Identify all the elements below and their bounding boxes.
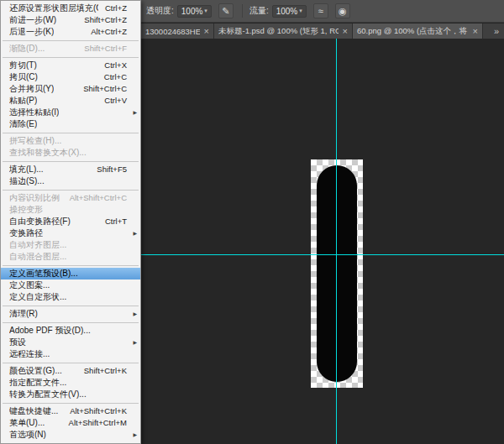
menu-item-shortcut: Shift+Ctrl+C	[76, 83, 127, 95]
menu-item[interactable]: 定义图案...	[1, 279, 140, 291]
menu-item-label: 自动混合图层...	[9, 251, 66, 263]
menu-item[interactable]: 键盘快捷键...Alt+Shift+Ctrl+K	[1, 405, 140, 417]
menu-separator	[3, 322, 139, 323]
menu-item[interactable]: 清除(E)	[1, 118, 140, 130]
menu-item[interactable]: 合并拷贝(Y)Shift+Ctrl+C	[1, 83, 140, 95]
menu-item-shortcut: Shift+Ctrl+K	[77, 365, 127, 377]
document-canvas[interactable]	[311, 159, 363, 388]
menu-item-shortcut: Ctrl+T	[98, 216, 127, 227]
menu-item-label: 定义画笔预设(B)...	[9, 268, 78, 279]
menu-separator	[3, 161, 139, 162]
tab-close-icon[interactable]: ×	[473, 27, 478, 35]
tab-title: 60.png @ 100% (点击这个，将 选区转...	[357, 26, 469, 37]
menu-item[interactable]: 剪切(T)Ctrl+X	[1, 60, 140, 71]
toolbar-divider	[242, 4, 243, 18]
menu-item-label: Adobe PDF 预设(D)...	[9, 325, 91, 337]
menu-item-shortcut: Shift+Ctrl+F	[77, 43, 127, 55]
black-pill-shape	[317, 165, 357, 382]
submenu-arrow-icon: ▶	[133, 337, 137, 348]
menu-item[interactable]: 远程连接...	[1, 348, 140, 360]
menu-item[interactable]: 清理(R)▶	[1, 308, 140, 320]
menu-item[interactable]: 选择性粘贴(I)▶	[1, 107, 140, 118]
document-tab[interactable]: 1300024683HEKN.psd @ 3...×	[141, 24, 214, 39]
opacity-label: 透明度:	[146, 5, 174, 17]
menu-separator	[3, 40, 139, 41]
submenu-arrow-icon: ▶	[133, 227, 137, 239]
menu-item: 内容识别比例Alt+Shift+Ctrl+C	[1, 192, 140, 204]
menu-separator	[3, 190, 139, 191]
edit-menu: 还原设置形状图层填充(O)Ctrl+Z前进一步(W)Shift+Ctrl+Z后退…	[0, 0, 141, 444]
guide-vertical[interactable]	[336, 39, 337, 444]
opacity-value: 100%	[181, 7, 203, 16]
menu-item-label: 还原设置形状图层填充(O)	[9, 3, 98, 14]
menu-separator	[3, 133, 139, 133]
menu-item-label: 定义图案...	[9, 279, 50, 291]
flow-dropdown[interactable]: 100% ▾	[272, 5, 307, 18]
menu-item-label: 选择性粘贴(I)	[9, 107, 59, 118]
tab-title: 1300024683HEKN.psd @ 3...	[145, 27, 200, 36]
menu-item[interactable]: 颜色设置(G)...Shift+Ctrl+K	[1, 365, 140, 377]
menu-separator	[3, 363, 139, 363]
menu-item: 拼写检查(H)...	[1, 135, 140, 147]
menu-item[interactable]: 首选项(N)▶	[1, 429, 140, 441]
menu-item[interactable]: 自由变换路径(F)Ctrl+T	[1, 216, 140, 227]
menu-item-label: 填充(L)...	[9, 164, 44, 175]
menu-item-label: 描边(S)...	[9, 175, 45, 187]
menu-item[interactable]: 还原设置形状图层填充(O)Ctrl+Z	[1, 3, 140, 14]
airbrush-icon[interactable]: ≈	[313, 3, 328, 18]
tab-close-icon[interactable]: ×	[343, 27, 348, 35]
menu-item-shortcut: Ctrl+V	[97, 95, 127, 107]
menu-item[interactable]: Adobe PDF 预设(D)...	[1, 325, 140, 337]
menu-item[interactable]: 预设▶	[1, 337, 140, 348]
menu-item[interactable]: 前进一步(W)Shift+Ctrl+Z	[1, 14, 140, 26]
menu-item-label: 首选项(N)	[9, 429, 46, 441]
menu-item-shortcut: Ctrl+X	[97, 60, 127, 71]
tab-overflow-chevron-icon[interactable]: »	[489, 26, 504, 36]
menu-item[interactable]: 定义自定形状...	[1, 291, 140, 303]
menu-item-shortcut: Alt+Ctrl+Z	[84, 26, 127, 38]
menu-item[interactable]: 指定配置文件...	[1, 377, 140, 389]
menu-item-shortcut: Alt+Shift+Ctrl+K	[63, 405, 127, 417]
menu-item-label: 定义自定形状...	[9, 291, 66, 303]
pressure-size-icon[interactable]: ◉	[335, 3, 350, 18]
tab-close-icon[interactable]: ×	[204, 27, 209, 35]
menu-item-shortcut: Ctrl+Z	[98, 3, 127, 14]
menu-item-label: 变换路径	[9, 227, 43, 239]
menu-item-shortcut: Shift+F5	[90, 164, 127, 175]
menu-item-label: 合并拷贝(Y)	[9, 83, 54, 95]
menu-item-label: 清理(R)	[9, 308, 38, 320]
menu-item: 自动对齐图层...	[1, 239, 140, 251]
menu-item[interactable]: 填充(L)...Shift+F5	[1, 164, 140, 175]
menu-item[interactable]: 粘贴(P)Ctrl+V	[1, 95, 140, 107]
menu-item[interactable]: 后退一步(K)Alt+Ctrl+Z	[1, 26, 140, 38]
menu-item[interactable]: 转换为配置文件(V)...	[1, 389, 140, 400]
menu-item: 自动混合图层...	[1, 251, 140, 263]
document-tab[interactable]: 60.png @ 100% (点击这个，将 选区转...×	[353, 24, 483, 39]
menu-item-label: 内容识别比例	[9, 192, 60, 204]
document-tab[interactable]: 未标题-1.psd @ 100% (矩形 1, RGB/...×	[214, 24, 353, 39]
menu-item-label: 菜单(U)...	[9, 417, 45, 429]
menu-item[interactable]: 定义画笔预设(B)...	[1, 268, 140, 279]
chevron-down-icon: ▾	[204, 8, 207, 14]
menu-item-label: 拷贝(C)	[9, 71, 38, 83]
menu-item[interactable]: 描边(S)...	[1, 175, 140, 187]
opacity-dropdown[interactable]: 100% ▾	[177, 5, 212, 18]
menu-item-shortcut: Shift+Ctrl+Z	[77, 14, 127, 26]
menu-item-label: 指定配置文件...	[9, 377, 66, 389]
menu-separator	[3, 57, 139, 58]
menu-item[interactable]: 菜单(U)...Alt+Shift+Ctrl+M	[1, 417, 140, 429]
pressure-opacity-icon[interactable]: ✎	[218, 3, 234, 18]
menu-item[interactable]: 拷贝(C)Ctrl+C	[1, 71, 140, 83]
chevron-down-icon: ▾	[299, 8, 302, 14]
menu-item-label: 自动对齐图层...	[9, 239, 66, 251]
menu-item-label: 渐隐(D)...	[9, 43, 45, 55]
flow-value: 100%	[276, 7, 298, 16]
menu-item-label: 粘贴(P)	[9, 95, 37, 107]
submenu-arrow-icon: ▶	[133, 429, 137, 441]
menu-item-label: 后退一步(K)	[9, 26, 54, 38]
menu-item-label: 前进一步(W)	[9, 14, 56, 26]
menu-item[interactable]: 变换路径▶	[1, 227, 140, 239]
menu-item-label: 颜色设置(G)...	[9, 365, 62, 377]
menu-separator	[3, 265, 139, 266]
menu-item-label: 预设	[9, 337, 26, 348]
